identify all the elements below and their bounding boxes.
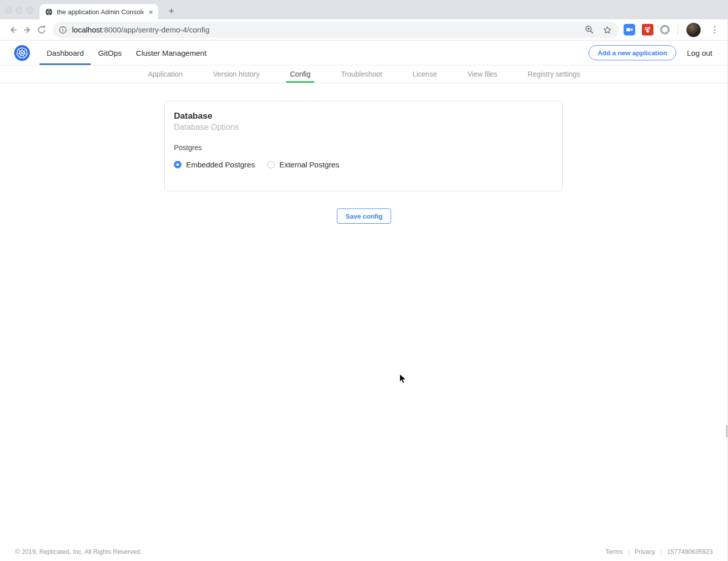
footer-links: Terms | Privacy | 1577490635923 bbox=[605, 548, 713, 555]
toolbar-divider bbox=[678, 25, 678, 35]
kubernetes-logo-icon bbox=[14, 45, 30, 61]
radio-group-postgres: Embedded Postgres External Postgres bbox=[174, 160, 553, 169]
subtab-label: View files bbox=[467, 70, 497, 78]
bookmark-star-icon[interactable] bbox=[602, 25, 612, 35]
main-nav: Dashboard GitOps Cluster Management bbox=[40, 41, 213, 65]
browser-tab[interactable]: the application Admin Console × bbox=[40, 4, 158, 19]
radio-embedded-postgres[interactable]: Embedded Postgres bbox=[174, 160, 255, 169]
footer-copyright: © 2019, Replicated, Inc. All Rights Rese… bbox=[15, 548, 142, 555]
tab-config[interactable]: Config bbox=[286, 65, 314, 83]
profile-avatar[interactable] bbox=[686, 23, 701, 37]
subtab-label: Application bbox=[148, 70, 183, 78]
forward-button[interactable] bbox=[20, 23, 34, 37]
info-icon[interactable] bbox=[59, 26, 67, 34]
tab-registry-settings[interactable]: Registry settings bbox=[524, 65, 584, 83]
subtab-label: Troubleshoot bbox=[341, 70, 382, 78]
window-close-button[interactable] bbox=[5, 7, 12, 14]
zoom-icon[interactable] bbox=[585, 25, 594, 34]
tab-license[interactable]: License bbox=[409, 65, 441, 83]
footer-separator: | bbox=[628, 548, 629, 555]
config-group-card: Database Database Options Postgres Embed… bbox=[164, 101, 563, 191]
tab-close-icon[interactable]: × bbox=[148, 8, 154, 16]
add-new-application-button[interactable]: Add a new application bbox=[589, 45, 676, 60]
radio-unselected-icon[interactable] bbox=[267, 161, 275, 168]
footer-build-id: 1577490635923 bbox=[667, 548, 713, 555]
window-controls bbox=[5, 7, 33, 14]
browser-toolbar: localhost:8000/app/sentry-demo-4/config bbox=[0, 19, 728, 41]
nav-item-label: GitOps bbox=[98, 49, 122, 57]
reload-icon bbox=[37, 25, 47, 35]
tab-application[interactable]: Application bbox=[144, 65, 187, 83]
window-minimize-button[interactable] bbox=[16, 7, 22, 14]
globe-icon bbox=[45, 8, 53, 16]
tab-troubleshoot[interactable]: Troubleshoot bbox=[337, 65, 386, 83]
app-header: Dashboard GitOps Cluster Management Add … bbox=[0, 41, 728, 65]
radio-external-postgres[interactable]: External Postgres bbox=[267, 160, 339, 169]
back-button[interactable] bbox=[6, 23, 20, 37]
tab-version-history[interactable]: Version history bbox=[209, 65, 264, 83]
terms-link[interactable]: Terms bbox=[605, 548, 623, 555]
mouse-cursor bbox=[399, 373, 407, 384]
window-maximize-button[interactable] bbox=[26, 7, 33, 14]
subtab-label: Config bbox=[290, 70, 310, 78]
url-host: localhost bbox=[72, 25, 102, 34]
tab-title: the application Admin Console bbox=[57, 8, 143, 16]
app-subnav: Application Version history Config Troub… bbox=[0, 65, 728, 83]
subtab-label: Registry settings bbox=[528, 70, 580, 78]
url-text: localhost:8000/app/sentry-demo-4/config bbox=[72, 25, 580, 34]
config-item-label: Postgres bbox=[174, 144, 553, 152]
ring-extension-icon[interactable] bbox=[660, 25, 670, 34]
nav-item-cluster-management[interactable]: Cluster Management bbox=[129, 41, 213, 65]
privacy-link[interactable]: Privacy bbox=[634, 548, 655, 555]
subtab-label: License bbox=[413, 70, 437, 78]
footer-separator: | bbox=[660, 548, 662, 555]
browser-tabstrip: the application Admin Console × + bbox=[0, 0, 728, 19]
nav-item-label: Dashboard bbox=[47, 49, 84, 57]
radio-selected-icon[interactable] bbox=[174, 161, 181, 168]
scrollbar-thumb[interactable] bbox=[726, 425, 727, 437]
video-camera-extension-icon[interactable] bbox=[624, 24, 635, 36]
config-group-subtitle: Database Options bbox=[174, 123, 553, 132]
nav-item-label: Cluster Management bbox=[136, 49, 206, 57]
tab-view-files[interactable]: View files bbox=[463, 65, 501, 83]
new-tab-button[interactable]: + bbox=[166, 6, 177, 17]
menu-kebab-icon[interactable]: ⋮ bbox=[707, 24, 722, 35]
address-bar[interactable]: localhost:8000/app/sentry-demo-4/config bbox=[53, 22, 618, 38]
forward-icon bbox=[22, 25, 32, 35]
subtab-label: Version history bbox=[213, 70, 260, 78]
logout-button[interactable]: Log out bbox=[687, 49, 712, 57]
url-path: :8000/app/sentry-demo-4/config bbox=[102, 25, 209, 34]
nav-item-dashboard[interactable]: Dashboard bbox=[40, 41, 91, 65]
radio-option-label[interactable]: External Postgres bbox=[279, 160, 339, 169]
save-config-button[interactable]: Save config bbox=[337, 208, 391, 224]
nav-item-gitops[interactable]: GitOps bbox=[91, 41, 129, 65]
red-extension-icon[interactable] bbox=[642, 24, 653, 36]
config-group-title: Database bbox=[174, 111, 553, 121]
back-icon bbox=[8, 25, 18, 35]
radio-option-label[interactable]: Embedded Postgres bbox=[186, 160, 255, 169]
reload-button[interactable] bbox=[34, 23, 49, 37]
